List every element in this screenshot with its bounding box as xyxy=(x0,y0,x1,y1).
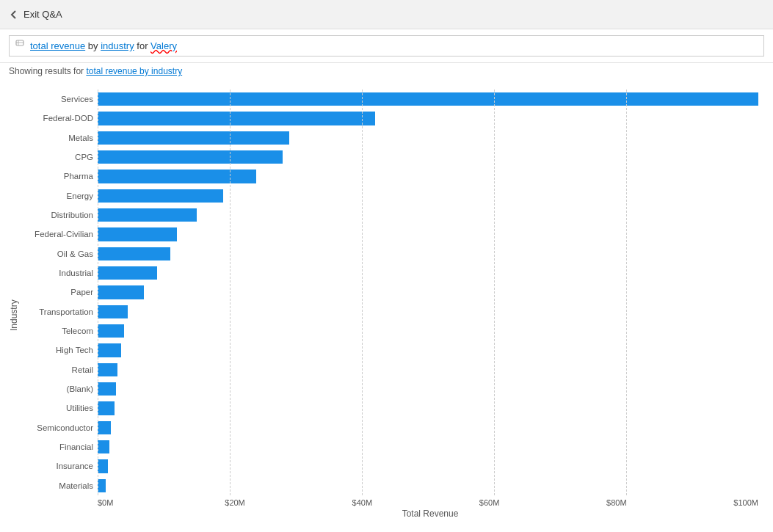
bar-fill xyxy=(98,266,157,280)
x-tick: $20M xyxy=(225,498,352,507)
bar-label: Insurance xyxy=(21,462,98,470)
bar-row: Retail xyxy=(21,360,758,379)
bar-track xyxy=(98,266,758,280)
bar-track xyxy=(98,459,758,473)
bar-track xyxy=(98,150,758,164)
bar-row: Paper xyxy=(21,283,758,302)
bar-label: Pharma xyxy=(21,172,98,181)
y-axis-label: Industry xyxy=(7,90,21,519)
bar-row: Oil & Gas xyxy=(21,244,758,263)
bar-fill xyxy=(98,382,116,396)
results-link[interactable]: total revenue by industry xyxy=(86,66,182,76)
bar-fill xyxy=(98,305,128,318)
x-tick: $0M xyxy=(98,498,225,507)
bar-label: Transportation xyxy=(21,307,98,316)
bar-row: Materials xyxy=(21,476,758,495)
bar-fill xyxy=(98,208,197,222)
bar-fill xyxy=(98,189,223,203)
bar-row: Transportation xyxy=(21,302,758,321)
bar-label: Telecom xyxy=(21,327,98,335)
bar-label: (Blank) xyxy=(21,385,98,393)
bar-fill xyxy=(98,131,289,145)
bar-row: Insurance xyxy=(21,456,758,475)
back-arrow-icon xyxy=(9,10,19,20)
bar-label: Materials xyxy=(21,481,98,490)
bar-row: CPG xyxy=(21,147,758,167)
x-axis: $0M$20M$40M$60M$80M$100M xyxy=(21,495,758,507)
bar-fill xyxy=(98,363,117,376)
bar-row: Telecom xyxy=(21,321,758,340)
bar-row: Federal-DOD xyxy=(21,109,758,128)
exit-qa-button[interactable]: Exit Q&A xyxy=(9,9,62,20)
bar-row: Federal-Civilian xyxy=(21,225,758,244)
search-bar[interactable]: total revenue by industry for Valery xyxy=(9,35,764,57)
bar-track xyxy=(98,343,758,357)
bar-track xyxy=(98,208,758,222)
query-text: total revenue by industry for Valery xyxy=(30,40,177,51)
chart-area: Industry ServicesFederal-DODMetalsCPGPha… xyxy=(0,82,773,526)
bars-and-grid: ServicesFederal-DODMetalsCPGPharmaEnergy… xyxy=(21,90,758,495)
bar-track xyxy=(98,401,758,415)
exit-qa-label: Exit Q&A xyxy=(23,9,62,20)
bars-container: ServicesFederal-DODMetalsCPGPharmaEnergy… xyxy=(21,90,758,495)
bar-label: CPG xyxy=(21,153,98,161)
bar-label: Industrial xyxy=(21,269,98,277)
bar-track xyxy=(98,247,758,260)
bar-fill xyxy=(98,421,111,434)
bar-label: Paper xyxy=(21,288,98,296)
bar-track xyxy=(98,382,758,396)
bar-label: Semiconductor xyxy=(21,423,98,432)
bar-fill xyxy=(98,459,108,473)
bar-row: (Blank) xyxy=(21,379,758,398)
bar-row: Energy xyxy=(21,186,758,205)
bar-label: Utilities xyxy=(21,404,98,412)
query-industry: industry xyxy=(101,40,134,51)
bar-fill xyxy=(98,479,106,492)
bar-track xyxy=(98,440,758,453)
bar-fill xyxy=(98,324,124,338)
bar-track xyxy=(98,227,758,241)
bar-row: Services xyxy=(21,90,758,109)
bar-label: Oil & Gas xyxy=(21,249,98,258)
results-info: Showing results for total revenue by ind… xyxy=(0,63,773,82)
bar-track xyxy=(98,479,758,492)
bar-track xyxy=(98,112,758,125)
bar-label: Metals xyxy=(21,134,98,142)
x-tick: $100M xyxy=(733,498,758,507)
x-tick: $40M xyxy=(352,498,479,507)
svg-rect-0 xyxy=(16,40,23,45)
bar-track xyxy=(98,324,758,338)
bar-track xyxy=(98,92,758,106)
bar-label: Federal-Civilian xyxy=(21,230,98,238)
chart-wrapper: Industry ServicesFederal-DODMetalsCPGPha… xyxy=(7,90,758,519)
bar-fill xyxy=(98,227,177,241)
bar-track xyxy=(98,421,758,434)
bar-label: High Tech xyxy=(21,346,98,354)
query-total-revenue: total revenue xyxy=(30,40,85,51)
query-valery: Valery xyxy=(150,40,177,51)
bar-row: Pharma xyxy=(21,167,758,186)
bar-label: Federal-DOD xyxy=(21,114,98,123)
search-bar-container: total revenue by industry for Valery xyxy=(0,29,773,63)
bar-fill xyxy=(98,92,758,106)
chart-inner: ServicesFederal-DODMetalsCPGPharmaEnergy… xyxy=(21,90,758,519)
bar-row: Distribution xyxy=(21,205,758,225)
bar-row: Semiconductor xyxy=(21,418,758,437)
bar-row: Metals xyxy=(21,128,758,147)
bar-label: Energy xyxy=(21,192,98,200)
bar-fill xyxy=(98,401,115,415)
bar-label: Services xyxy=(21,95,98,103)
bar-row: High Tech xyxy=(21,340,758,360)
bar-fill xyxy=(98,150,283,164)
query-by: by xyxy=(88,40,101,51)
bar-track xyxy=(98,305,758,318)
search-icon xyxy=(15,40,26,52)
x-tick: $60M xyxy=(479,498,606,507)
header: Exit Q&A xyxy=(0,0,773,29)
bar-fill xyxy=(98,343,121,357)
bar-fill xyxy=(98,170,256,183)
x-tick: $80M xyxy=(606,498,733,507)
bar-fill xyxy=(98,285,144,299)
bar-track xyxy=(98,363,758,376)
bar-fill xyxy=(98,247,170,260)
